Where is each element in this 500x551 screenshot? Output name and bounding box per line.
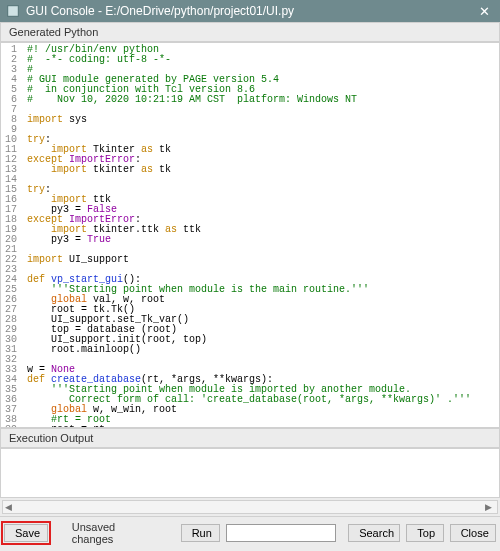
app-icon — [6, 4, 20, 18]
bottom-toolbar: Save Unsaved changes Run Search Top Clos… — [0, 516, 500, 551]
window-title: GUI Console - E:/OneDrive/python/project… — [26, 4, 474, 18]
code-content[interactable]: #! /usr/bin/env python # -*- coding: utf… — [23, 43, 475, 428]
scroll-left-icon[interactable]: ◀ — [5, 502, 15, 512]
status-label: Unsaved changes — [72, 521, 148, 545]
exec-output-header: Execution Output — [0, 428, 500, 448]
horizontal-scrollbar[interactable]: ◀ ▶ — [2, 500, 498, 514]
top-button[interactable]: Top — [406, 524, 443, 542]
close-icon[interactable]: ✕ — [474, 1, 494, 21]
code-editor[interactable]: 1 2 3 4 5 6 7 8 9 10 11 12 13 14 15 16 1… — [0, 42, 500, 428]
scroll-right-icon[interactable]: ▶ — [485, 502, 495, 512]
save-button[interactable]: Save — [4, 524, 48, 542]
exec-output-area[interactable] — [0, 448, 500, 498]
line-number-gutter: 1 2 3 4 5 6 7 8 9 10 11 12 13 14 15 16 1… — [1, 43, 23, 428]
run-button[interactable]: Run — [181, 524, 220, 542]
close-button[interactable]: Close — [450, 524, 496, 542]
titlebar: GUI Console - E:/OneDrive/python/project… — [0, 0, 500, 22]
search-input[interactable] — [226, 524, 336, 542]
search-button[interactable]: Search — [348, 524, 400, 542]
svg-rect-0 — [8, 6, 19, 17]
generated-python-header: Generated Python — [0, 22, 500, 42]
